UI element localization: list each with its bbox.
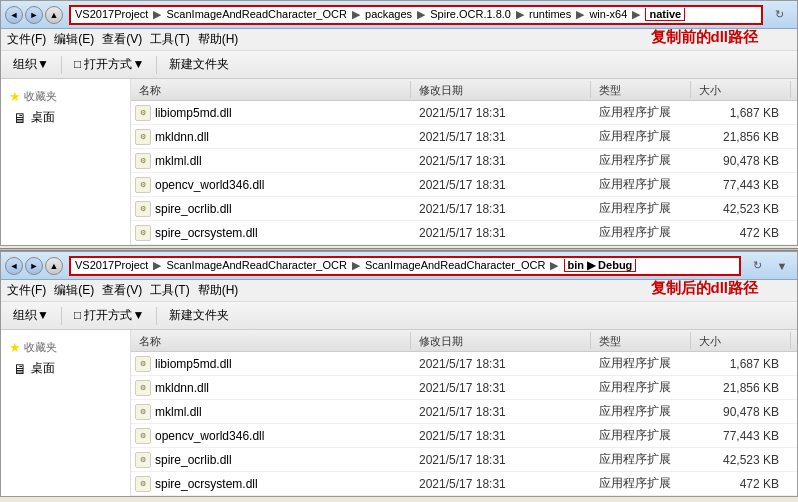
up-button-1[interactable]: ▲ xyxy=(45,6,63,24)
menu-help-1[interactable]: 帮助(H) xyxy=(198,31,239,48)
organize-button-2[interactable]: 组织▼ xyxy=(7,305,55,326)
table-row[interactable]: ⚙ libiomp5md.dll 2021/5/17 18:31 应用程序扩展 … xyxy=(131,352,797,376)
table-row[interactable]: ⚙ mklml.dll 2021/5/17 18:31 应用程序扩展 90,47… xyxy=(131,149,797,173)
file-date: 2021/5/17 18:31 xyxy=(411,202,591,216)
file-size: 472 KB xyxy=(691,477,791,491)
address-text-1: VS2017Project ▶ ScanImageAndReadCharacte… xyxy=(75,8,685,21)
menu-edit-2[interactable]: 编辑(E) xyxy=(54,282,94,299)
desktop-icon-1: 🖥 xyxy=(13,110,27,126)
menu-view-2[interactable]: 查看(V) xyxy=(102,282,142,299)
open-with-button-1[interactable]: □ 打开方式▼ xyxy=(68,54,150,75)
col-size-1[interactable]: 大小 xyxy=(691,81,791,98)
addr-arrow: ▶ xyxy=(417,8,425,20)
open-with-button-2[interactable]: □ 打开方式▼ xyxy=(68,305,150,326)
sep-2 xyxy=(156,56,157,74)
left-panel-2: ★ 收藏夹 🖥 桌面 xyxy=(1,330,131,496)
back-icon-2: ◄ xyxy=(10,261,19,271)
table-row[interactable]: ⚙ mkldnn.dll 2021/5/17 18:31 应用程序扩展 21,8… xyxy=(131,125,797,149)
file-type: 应用程序扩展 xyxy=(591,355,691,372)
addr-seg-2c: ScanImageAndReadCharacter_OCR xyxy=(365,259,545,271)
expand-button-2[interactable]: ▼ xyxy=(771,255,793,277)
organize-button-1[interactable]: 组织▼ xyxy=(7,54,55,75)
menu-tools-1[interactable]: 工具(T) xyxy=(150,31,189,48)
favorites-label-2: 收藏夹 xyxy=(24,340,57,355)
forward-button-1[interactable]: ► xyxy=(25,6,43,24)
forward-icon-1: ► xyxy=(30,10,39,20)
content-area-2: ★ 收藏夹 🖥 桌面 名称 修改日期 类型 大小 xyxy=(1,330,797,496)
file-icon: ⚙ xyxy=(135,177,151,193)
addr-arrow: ▶ xyxy=(516,8,524,20)
desktop-label-2: 桌面 xyxy=(31,360,55,377)
col-size-2[interactable]: 大小 xyxy=(691,332,791,349)
refresh-button-2[interactable]: ↻ xyxy=(743,255,771,277)
new-folder-button-1[interactable]: 新建文件夹 xyxy=(163,54,235,75)
file-icon: ⚙ xyxy=(135,201,151,217)
star-icon-1: ★ xyxy=(9,89,21,104)
file-size: 77,443 KB xyxy=(691,429,791,443)
address-bar-2[interactable]: VS2017Project ▶ ScanImageAndReadCharacte… xyxy=(69,256,741,276)
file-name: opencv_world346.dll xyxy=(155,429,264,443)
addr-arrow: ▶ xyxy=(352,8,360,20)
file-icon: ⚙ xyxy=(135,225,151,241)
address-bar-1[interactable]: VS2017Project ▶ ScanImageAndReadCharacte… xyxy=(69,5,763,25)
column-headers-2: 名称 修改日期 类型 大小 xyxy=(131,330,797,352)
window-controls-2: ◄ ► ▲ xyxy=(5,257,63,275)
file-size: 21,856 KB xyxy=(691,130,791,144)
addr-seg: VS2017Project xyxy=(75,8,148,20)
file-name: spire_ocrlib.dll xyxy=(155,202,232,216)
addr-seg-2: VS2017Project xyxy=(75,259,148,271)
new-folder-label-2: 新建文件夹 xyxy=(169,307,229,324)
file-name: spire_ocrlib.dll xyxy=(155,453,232,467)
file-name: libiomp5md.dll xyxy=(155,106,232,120)
menu-file-1[interactable]: 文件(F) xyxy=(7,31,46,48)
file-area-2: 名称 修改日期 类型 大小 ⚙ libiomp5md.dll 2021/5/17 xyxy=(131,330,797,496)
table-row[interactable]: ⚙ mkldnn.dll 2021/5/17 18:31 应用程序扩展 21,8… xyxy=(131,376,797,400)
open-with-label-1: □ 打开方式▼ xyxy=(74,56,144,73)
refresh-button-1[interactable]: ↻ xyxy=(765,4,793,26)
file-icon: ⚙ xyxy=(135,404,151,420)
desktop-item-1[interactable]: 🖥 桌面 xyxy=(5,106,126,129)
col-date-1[interactable]: 修改日期 xyxy=(411,81,591,98)
table-row[interactable]: ⚙ spire_ocrlib.dll 2021/5/17 18:31 应用程序扩… xyxy=(131,197,797,221)
col-date-2[interactable]: 修改日期 xyxy=(411,332,591,349)
desktop-item-2[interactable]: 🖥 桌面 xyxy=(5,357,126,380)
col-name-2[interactable]: 名称 xyxy=(131,332,411,349)
organize-label-2: 组织▼ xyxy=(13,307,49,324)
forward-button-2[interactable]: ► xyxy=(25,257,43,275)
table-row[interactable]: ⚙ mklml.dll 2021/5/17 18:31 应用程序扩展 90,47… xyxy=(131,400,797,424)
file-type: 应用程序扩展 xyxy=(591,152,691,169)
file-date: 2021/5/17 18:31 xyxy=(411,130,591,144)
sep-4 xyxy=(156,307,157,325)
table-row[interactable]: ⚙ spire_ocrsystem.dll 2021/5/17 18:31 应用… xyxy=(131,221,797,245)
file-date: 2021/5/17 18:31 xyxy=(411,477,591,491)
file-date: 2021/5/17 18:31 xyxy=(411,381,591,395)
file-type: 应用程序扩展 xyxy=(591,379,691,396)
menu-file-2[interactable]: 文件(F) xyxy=(7,282,46,299)
table-row[interactable]: ⚙ spire_ocrsystem.dll 2021/5/17 18:31 应用… xyxy=(131,472,797,496)
title-bar-2: ◄ ► ▲ VS2017Project ▶ ScanImageAndReadCh… xyxy=(1,252,797,280)
back-button-2[interactable]: ◄ xyxy=(5,257,23,275)
up-button-2[interactable]: ▲ xyxy=(45,257,63,275)
file-type: 应用程序扩展 xyxy=(591,176,691,193)
addr-seg-2-highlighted: bin ▶ Debug xyxy=(564,259,637,272)
menu-tools-2[interactable]: 工具(T) xyxy=(150,282,189,299)
menu-view-1[interactable]: 查看(V) xyxy=(102,31,142,48)
back-button-1[interactable]: ◄ xyxy=(5,6,23,24)
table-row[interactable]: ⚙ opencv_world346.dll 2021/5/17 18:31 应用… xyxy=(131,424,797,448)
file-date: 2021/5/17 18:31 xyxy=(411,405,591,419)
file-name: mklml.dll xyxy=(155,154,202,168)
menu-help-2[interactable]: 帮助(H) xyxy=(198,282,239,299)
address-text-2: VS2017Project ▶ ScanImageAndReadCharacte… xyxy=(75,259,636,272)
table-row[interactable]: ⚙ spire_ocrlib.dll 2021/5/17 18:31 应用程序扩… xyxy=(131,448,797,472)
new-folder-button-2[interactable]: 新建文件夹 xyxy=(163,305,235,326)
file-name: spire_ocrsystem.dll xyxy=(155,477,258,491)
file-date: 2021/5/17 18:31 xyxy=(411,429,591,443)
addr-seg: ScanImageAndReadCharacter_OCR xyxy=(167,8,347,20)
back-icon-1: ◄ xyxy=(10,10,19,20)
table-row[interactable]: ⚙ opencv_world346.dll 2021/5/17 18:31 应用… xyxy=(131,173,797,197)
table-row[interactable]: ⚙ libiomp5md.dll 2021/5/17 18:31 应用程序扩展 … xyxy=(131,101,797,125)
menu-edit-1[interactable]: 编辑(E) xyxy=(54,31,94,48)
col-type-1[interactable]: 类型 xyxy=(591,81,691,98)
col-name-1[interactable]: 名称 xyxy=(131,81,411,98)
col-type-2[interactable]: 类型 xyxy=(591,332,691,349)
